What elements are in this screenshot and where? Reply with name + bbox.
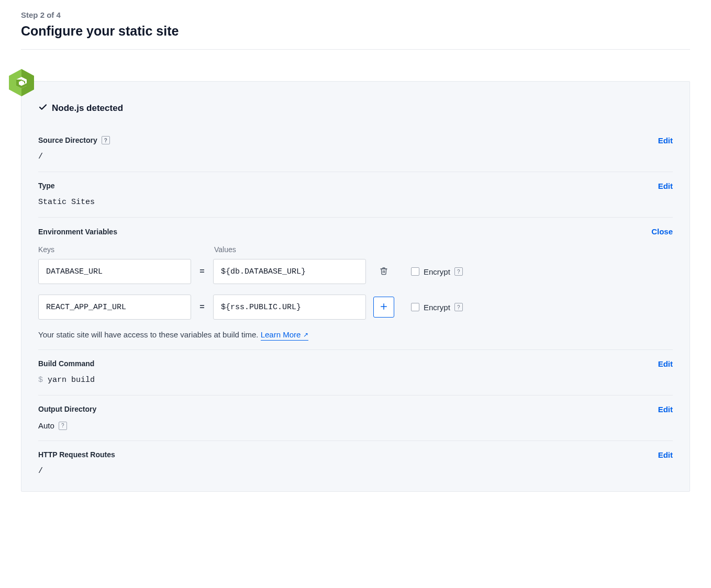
env-value-input[interactable] bbox=[213, 295, 366, 320]
edit-routes-button[interactable]: Edit bbox=[658, 450, 673, 459]
help-icon[interactable]: ? bbox=[454, 267, 463, 276]
env-column-headers: Keys Values bbox=[38, 245, 673, 254]
nodejs-icon bbox=[7, 68, 36, 97]
env-key-input[interactable] bbox=[38, 259, 191, 284]
output-directory-label: Output Directory bbox=[38, 405, 96, 413]
encrypt-label: Encrypt bbox=[424, 267, 450, 276]
edit-type-button[interactable]: Edit bbox=[658, 182, 673, 190]
build-command-text: yarn build bbox=[48, 376, 95, 385]
env-key-input[interactable] bbox=[38, 295, 191, 320]
add-env-button[interactable] bbox=[373, 297, 394, 318]
source-directory-label-text: Source Directory bbox=[38, 136, 97, 144]
detected-label: Node.js detected bbox=[52, 103, 123, 114]
type-section: Type Edit Static Sites bbox=[38, 172, 673, 218]
source-directory-value: / bbox=[38, 152, 673, 161]
check-icon bbox=[38, 103, 48, 114]
edit-source-directory-button[interactable]: Edit bbox=[658, 136, 673, 145]
step-indicator: Step 2 of 4 bbox=[21, 10, 690, 19]
env-row: = Encrypt ? bbox=[38, 259, 673, 284]
learn-more-text: Learn More bbox=[261, 330, 301, 339]
source-directory-label: Source Directory ? bbox=[38, 136, 110, 144]
detected-row: Node.js detected bbox=[38, 103, 673, 114]
delete-env-button[interactable] bbox=[373, 261, 394, 282]
env-values-header: Values bbox=[214, 245, 367, 254]
close-env-button[interactable]: Close bbox=[651, 227, 673, 236]
encrypt-group: Encrypt ? bbox=[411, 267, 463, 276]
title-divider bbox=[21, 49, 690, 50]
help-icon[interactable]: ? bbox=[59, 422, 67, 430]
equals-sign: = bbox=[198, 302, 206, 312]
config-card: Node.js detected Source Directory ? Edit… bbox=[21, 81, 690, 492]
env-value-input[interactable] bbox=[213, 259, 366, 284]
learn-more-link[interactable]: Learn More ↗ bbox=[261, 330, 308, 341]
build-command-label: Build Command bbox=[38, 359, 94, 368]
encrypt-label: Encrypt bbox=[424, 303, 450, 312]
output-directory-section: Output Directory Edit Auto ? bbox=[38, 395, 673, 441]
routes-value: / bbox=[38, 467, 673, 476]
plus-icon bbox=[379, 302, 388, 313]
routes-section: HTTP Request Routes Edit / bbox=[38, 441, 673, 476]
env-label: Environment Variables bbox=[38, 228, 117, 236]
prompt-symbol: $ bbox=[38, 376, 48, 385]
trash-icon bbox=[380, 267, 388, 277]
type-label: Type bbox=[38, 182, 55, 190]
env-keys-header: Keys bbox=[38, 245, 191, 254]
help-icon[interactable]: ? bbox=[454, 303, 463, 311]
env-section: Environment Variables Close Keys Values … bbox=[38, 218, 673, 350]
type-value: Static Sites bbox=[38, 198, 673, 207]
routes-label: HTTP Request Routes bbox=[38, 450, 115, 459]
edit-build-command-button[interactable]: Edit bbox=[658, 359, 673, 368]
page-title: Configure your static site bbox=[21, 24, 690, 39]
build-command-section: Build Command Edit $ yarn build bbox=[38, 350, 673, 395]
encrypt-checkbox[interactable] bbox=[411, 303, 419, 311]
source-directory-section: Source Directory ? Edit / bbox=[38, 127, 673, 172]
help-icon[interactable]: ? bbox=[102, 136, 110, 144]
edit-output-directory-button[interactable]: Edit bbox=[658, 405, 673, 414]
external-link-icon: ↗ bbox=[303, 331, 308, 338]
output-directory-value: Auto ? bbox=[38, 421, 673, 430]
build-command-value: $ yarn build bbox=[38, 376, 673, 385]
encrypt-group: Encrypt ? bbox=[411, 303, 463, 312]
env-note: Your static site will have access to the… bbox=[38, 330, 673, 339]
equals-sign: = bbox=[198, 267, 206, 276]
env-row: = Encrypt ? bbox=[38, 295, 673, 320]
encrypt-checkbox[interactable] bbox=[411, 267, 419, 276]
env-note-text: Your static site will have access to the… bbox=[38, 330, 261, 339]
output-directory-text: Auto bbox=[38, 421, 54, 430]
